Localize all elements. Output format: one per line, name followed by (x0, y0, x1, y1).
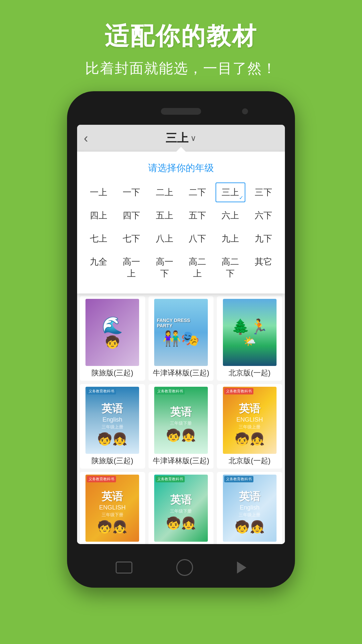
grade-item-7[interactable]: 四下 (117, 206, 146, 225)
grade-item-13[interactable]: 七下 (117, 229, 146, 249)
chevron-down-icon: ∨ (190, 133, 196, 143)
grade-item-5[interactable]: 三下 (249, 182, 278, 202)
grade-item-3[interactable]: 二下 (183, 182, 212, 202)
book-cover-8: 义务教育教科书 英语 English 三年级上册 🧒👧 (223, 475, 277, 542)
book-cover-4: 义务教育教科书 英语 三年级下册 🧒👧 (154, 387, 208, 454)
book-label-2: 北京版(一起) (229, 368, 270, 378)
book-label-5: 北京版(一起) (229, 456, 270, 466)
grade-item-18[interactable]: 九全 (84, 252, 113, 283)
phone-top-bar (67, 98, 295, 125)
dropdown-arrow (176, 147, 186, 152)
grade-item-1[interactable]: 一下 (117, 182, 146, 202)
book-item-7[interactable]: 义务教育教科书 英语 三年级下册 🧒👧 牛津译林版(三起) (148, 472, 214, 544)
grade-item-20[interactable]: 高一下 (150, 252, 179, 283)
grade-item-16[interactable]: 九上 (216, 229, 245, 249)
grade-item-2[interactable]: 二上 (150, 182, 179, 202)
phone-speaker (161, 108, 201, 115)
grade-item-8[interactable]: 五上 (150, 206, 179, 225)
grade-item-10[interactable]: 六上 (216, 206, 245, 225)
subtitle: 比着封面就能选，一目了然！ (85, 59, 277, 78)
grade-item-14[interactable]: 八上 (150, 229, 179, 249)
book-label-3: 陕旅版(三起) (92, 456, 133, 466)
grade-prompt: 请选择你的年级 (84, 162, 278, 174)
book-cover-3: 义务教育教科书 英语 English 三年级上册 🧒👧 (85, 387, 139, 454)
grade-item-12[interactable]: 七上 (84, 229, 113, 249)
book-label-0: 陕旅版(三起) (92, 368, 133, 378)
back-button[interactable]: ‹ (84, 131, 88, 146)
book-label-7: 牛津译林版(三起) (153, 544, 209, 544)
book-item-6[interactable]: 义务教育教科书 英语 ENGLISH 三年级下册 🧒👧 陕旅版(三起) (80, 472, 145, 544)
book-label-6: 陕旅版(三起) (92, 544, 133, 544)
book-item-3[interactable]: 义务教育教科书 英语 English 三年级上册 🧒👧 陕旅版(三起) (80, 384, 145, 469)
grade-item-9[interactable]: 五下 (183, 206, 212, 225)
book-label-1: 牛津译林版(三起) (153, 368, 209, 378)
grade-item-17[interactable]: 九下 (249, 229, 278, 249)
grade-dropdown: 请选择你的年级 一上一下二上二下三上三下四上四下五上五下六上六下七上七下八上八下… (77, 152, 285, 293)
book-cover-5: 义务教育教科书 英语 ENGLISH 三年级上册 🧒👧 (223, 387, 277, 454)
book-cover-6: 义务教育教科书 英语 ENGLISH 三年级下册 🧒👧 (85, 475, 139, 542)
book-cover-0: 🌊🧒 (85, 299, 139, 366)
home-button[interactable] (176, 559, 193, 576)
phone-bottom-nav (67, 547, 295, 588)
grade-item-0[interactable]: 一上 (84, 182, 113, 202)
book-label-8: 北京版(一起) (229, 544, 270, 544)
recent-apps-button[interactable] (116, 561, 132, 574)
headline: 适配你的教材 (105, 20, 257, 52)
book-item-1[interactable]: FANCY DRESS PARTY👫🎭牛津译林版(三起) (148, 296, 214, 381)
book-item-4[interactable]: 义务教育教科书 英语 三年级下册 🧒👧 牛津译林版(三起) (148, 384, 214, 469)
grade-item-21[interactable]: 高二上 (183, 252, 212, 283)
books-grid: 🌊🧒陕旅版(三起)FANCY DRESS PARTY👫🎭牛津译林版(三起)🌲🏃🌤… (80, 296, 282, 544)
grade-item-6[interactable]: 四上 (84, 206, 113, 225)
book-item-0[interactable]: 🌊🧒陕旅版(三起) (80, 296, 145, 381)
book-item-5[interactable]: 义务教育教科书 英语 ENGLISH 三年级上册 🧒👧 北京版(一起) (217, 384, 282, 469)
header-grade-title: 三上 (166, 130, 188, 146)
grade-item-11[interactable]: 六下 (249, 206, 278, 225)
book-cover-7: 义务教育教科书 英语 三年级下册 🧒👧 (154, 475, 208, 542)
book-cover-2: 🌲🏃🌤️ (223, 299, 277, 366)
grade-item-22[interactable]: 高二下 (216, 252, 245, 283)
background: 适配你的教材 比着封面就能选，一目了然！ ‹ 三上 ∨ (0, 0, 362, 644)
back-nav-button[interactable] (237, 561, 246, 574)
books-area: 🌊🧒陕旅版(三起)FANCY DRESS PARTY👫🎭牛津译林版(三起)🌲🏃🌤… (77, 293, 285, 544)
grade-item-19[interactable]: 高一上 (117, 252, 146, 283)
header-title-container[interactable]: 三上 ∨ (166, 130, 196, 146)
book-item-8[interactable]: 义务教育教科书 英语 English 三年级上册 🧒👧 北京版(一起) (217, 472, 282, 544)
book-item-2[interactable]: 🌲🏃🌤️北京版(一起) (217, 296, 282, 381)
book-cover-1: FANCY DRESS PARTY👫🎭 (154, 299, 208, 366)
grade-item-23[interactable]: 其它 (249, 252, 278, 283)
phone-frame: ‹ 三上 ∨ 请选择你的年级 一上一下二上二下三上三下四上四下五上五下六上六下七… (67, 91, 295, 588)
grade-item-4[interactable]: 三上 (216, 182, 245, 202)
grade-item-15[interactable]: 八下 (183, 229, 212, 249)
phone-screen: ‹ 三上 ∨ 请选择你的年级 一上一下二上二下三上三下四上四下五上五下六上六下七… (77, 125, 285, 544)
book-label-4: 牛津译林版(三起) (153, 456, 209, 466)
grade-grid: 一上一下二上二下三上三下四上四下五上五下六上六下七上七下八上八下九上九下九全高一… (84, 182, 278, 283)
phone-camera (242, 108, 248, 114)
